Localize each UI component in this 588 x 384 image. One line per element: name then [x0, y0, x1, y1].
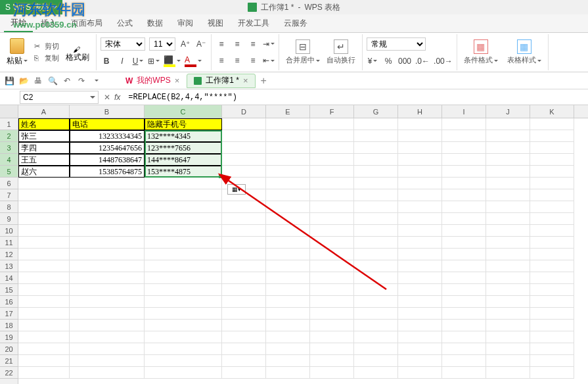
cell[interactable]: 13233334345: [70, 130, 145, 142]
cell[interactable]: [70, 320, 145, 331]
cell[interactable]: [310, 355, 354, 367]
cell[interactable]: [70, 249, 145, 260]
cell[interactable]: [310, 130, 354, 142]
cell[interactable]: [145, 320, 222, 331]
cell[interactable]: [530, 355, 574, 367]
fx-cancel-icon[interactable]: ✕: [104, 93, 110, 102]
cell[interactable]: [530, 249, 574, 260]
row-header[interactable]: 4: [0, 154, 18, 166]
cell[interactable]: [266, 272, 310, 284]
comma-button[interactable]: 000: [398, 55, 411, 67]
cell[interactable]: [310, 343, 354, 355]
cell[interactable]: [354, 118, 398, 130]
row-header[interactable]: 12: [0, 249, 18, 260]
wrap-text-button[interactable]: ↵自动换行: [324, 38, 358, 66]
font-color-button[interactable]: A: [185, 55, 202, 67]
cell[interactable]: [145, 272, 222, 284]
cell[interactable]: [398, 130, 442, 142]
cell[interactable]: [442, 308, 486, 320]
cell[interactable]: [145, 213, 222, 225]
cell[interactable]: [222, 130, 266, 142]
cell[interactable]: [70, 272, 145, 284]
cell[interactable]: [442, 320, 486, 331]
bold-button[interactable]: B: [101, 55, 112, 67]
cell[interactable]: [442, 201, 486, 213]
cell[interactable]: [398, 296, 442, 308]
cell[interactable]: [70, 189, 145, 201]
cell[interactable]: [18, 178, 70, 189]
cell[interactable]: [442, 272, 486, 284]
col-header-G[interactable]: G: [354, 105, 398, 118]
cell[interactable]: [310, 154, 354, 166]
cell[interactable]: [18, 249, 70, 260]
cell[interactable]: [70, 343, 145, 355]
menu-cloud[interactable]: 云服务: [277, 15, 314, 32]
cell[interactable]: [222, 166, 266, 178]
conditional-format-button[interactable]: ▦条件格式: [461, 38, 501, 66]
cell[interactable]: [145, 296, 222, 308]
row-header[interactable]: 19: [0, 331, 18, 343]
cell[interactable]: [530, 331, 574, 343]
row-header[interactable]: 9: [0, 213, 18, 225]
cell[interactable]: [442, 260, 486, 272]
cell[interactable]: [266, 225, 310, 237]
cell[interactable]: [530, 320, 574, 331]
cell[interactable]: [530, 154, 574, 166]
cell[interactable]: [70, 355, 145, 367]
cell[interactable]: [486, 166, 530, 178]
cell[interactable]: [486, 249, 530, 260]
col-header-E[interactable]: E: [266, 105, 310, 118]
cell[interactable]: [266, 166, 310, 178]
copy-button[interactable]: 复制: [34, 53, 59, 63]
qat-redo-icon[interactable]: ↷: [76, 76, 87, 86]
cell[interactable]: [222, 331, 266, 343]
cell[interactable]: [530, 272, 574, 284]
paste-button[interactable]: 粘贴: [4, 37, 30, 68]
cell[interactable]: [70, 296, 145, 308]
align-bottom-button[interactable]: ≡: [247, 38, 259, 50]
cell[interactable]: [310, 320, 354, 331]
cell[interactable]: 隐藏手机号: [145, 118, 222, 130]
increase-decimal-button[interactable]: .0←: [415, 55, 430, 67]
cell[interactable]: [530, 213, 574, 225]
cell[interactable]: [486, 178, 530, 189]
cell[interactable]: [530, 260, 574, 272]
cell[interactable]: [222, 201, 266, 213]
cell[interactable]: [18, 189, 70, 201]
cell[interactable]: [530, 343, 574, 355]
fx-icon[interactable]: fx: [114, 93, 120, 102]
cell[interactable]: [18, 331, 70, 343]
merge-center-button[interactable]: ⊟合并居中: [283, 38, 323, 66]
format-painter-button[interactable]: 格式刷: [63, 40, 92, 64]
cell[interactable]: [18, 237, 70, 249]
row-header[interactable]: 6: [0, 178, 18, 189]
menu-dev[interactable]: 开发工具: [231, 15, 276, 32]
cell[interactable]: [145, 237, 222, 249]
cell[interactable]: [266, 154, 310, 166]
cell[interactable]: [442, 213, 486, 225]
cell[interactable]: [310, 118, 354, 130]
cell[interactable]: [442, 154, 486, 166]
cell[interactable]: [310, 201, 354, 213]
cell[interactable]: [18, 308, 70, 320]
cell[interactable]: [145, 331, 222, 343]
cell[interactable]: [530, 308, 574, 320]
cell[interactable]: [70, 201, 145, 213]
cell[interactable]: [18, 355, 70, 367]
row-header[interactable]: 3: [0, 142, 18, 154]
cell[interactable]: [70, 308, 145, 320]
cell[interactable]: [70, 284, 145, 296]
cell[interactable]: 12354647656: [70, 142, 145, 154]
cell[interactable]: [354, 154, 398, 166]
cell[interactable]: [442, 343, 486, 355]
row-header[interactable]: 7: [0, 189, 18, 201]
cell[interactable]: [354, 130, 398, 142]
cell[interactable]: [222, 154, 266, 166]
cell[interactable]: [486, 343, 530, 355]
menu-layout[interactable]: 页面布局: [64, 15, 109, 32]
cell[interactable]: [354, 272, 398, 284]
cell[interactable]: [530, 178, 574, 189]
cell[interactable]: [310, 260, 354, 272]
cell[interactable]: [222, 118, 266, 130]
cell[interactable]: 王五: [18, 154, 70, 166]
